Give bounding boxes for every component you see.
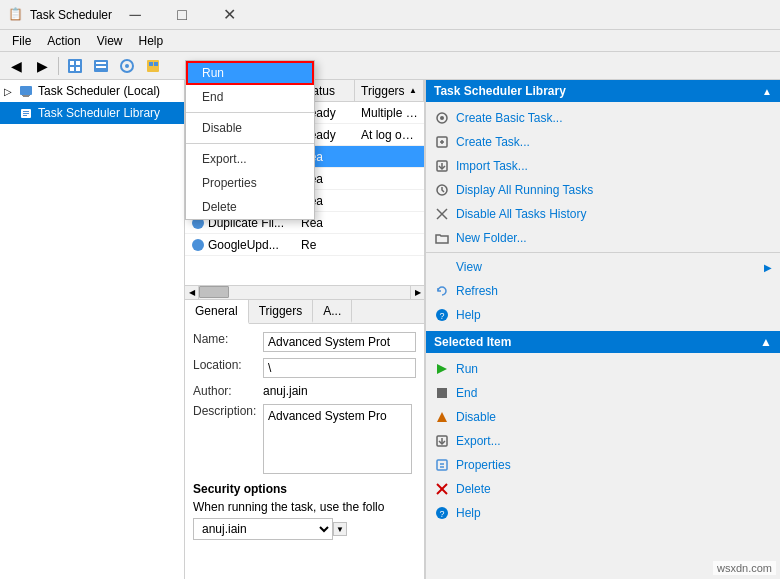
context-menu: Run End Disable Export... Properties Del… [185,60,315,220]
col-header-triggers[interactable]: Triggers ▲ [355,80,424,101]
menu-view[interactable]: View [89,32,131,50]
toolbar-btn-2[interactable] [89,54,113,78]
action-run[interactable]: Run [426,357,780,381]
svg-rect-17 [23,111,29,112]
menu-help[interactable]: Help [131,32,172,50]
minimize-button[interactable]: ─ [112,0,158,30]
action-export[interactable]: Export... [426,429,780,453]
action-import[interactable]: Import Task... [426,154,780,178]
svg-rect-1 [70,61,74,65]
action-refresh[interactable]: Refresh [426,279,780,303]
h-scroll-right-button[interactable]: ▶ [410,286,424,300]
ctx-item-run[interactable]: Run [186,61,314,85]
svg-rect-2 [76,61,80,65]
action-new-folder[interactable]: New Folder... [426,226,780,250]
menu-action[interactable]: Action [39,32,88,50]
toolbar-icon-4 [145,58,161,74]
security-title: Security options [193,482,416,496]
svg-rect-51 [437,460,447,470]
help-icon-1: ? [434,307,450,323]
actions-header-library[interactable]: Task Scheduler Library ▲ [426,80,780,102]
ctx-item-delete[interactable]: Delete [186,195,314,219]
label-description: Description: [193,404,263,418]
action-display-running[interactable]: Display All Running Tasks [426,178,780,202]
toolbar-btn-1[interactable] [63,54,87,78]
field-location: Location: \ [193,358,416,378]
svg-marker-46 [437,364,447,374]
action-delete[interactable]: Delete [426,477,780,501]
action-create[interactable]: Create Task... [426,130,780,154]
security-section: Security options When running the task, … [193,482,416,540]
app-icon: 📋 [8,7,24,23]
title-bar-title: Task Scheduler [30,8,112,22]
selected-item-header[interactable]: Selected Item ▲ [426,331,780,353]
value-name[interactable]: Advanced System Prot [263,332,416,352]
collapse-arrow-library: ▲ [762,86,772,97]
help-icon-2: ? [434,505,450,521]
svg-rect-3 [70,67,74,71]
security-dropdown: anuj.iain ▼ [193,518,416,540]
ctx-item-end[interactable]: End [186,85,314,109]
svg-rect-15 [22,95,30,96]
right-panel: Task Scheduler Library ▲ Create Basic Ta… [425,80,780,579]
action-help-selected[interactable]: ? Help [426,501,780,525]
svg-point-9 [125,64,129,68]
field-name: Name: Advanced System Prot [193,332,416,352]
toolbar-btn-3[interactable] [115,54,139,78]
library-icon [18,105,34,121]
tree-item-library[interactable]: Task Scheduler Library [0,102,184,124]
action-help-library[interactable]: ? Help [426,303,780,327]
properties-icon [434,457,450,473]
h-scroll-left-button[interactable]: ◀ [185,286,199,300]
toolbar-forward-button[interactable]: ▶ [30,54,54,78]
close-button[interactable]: ✕ [206,0,252,30]
ctx-item-properties[interactable]: Properties [186,171,314,195]
toolbar-icon-2 [93,58,109,74]
tree-label-local: Task Scheduler (Local) [38,84,160,98]
maximize-button[interactable]: □ [159,0,205,30]
refresh-icon [434,283,450,299]
value-author: anuj.jain [263,384,416,398]
h-scroll-thumb[interactable] [199,286,229,298]
action-view[interactable]: View ▶ [426,255,780,279]
export-icon [434,433,450,449]
svg-marker-48 [437,412,447,422]
toolbar-btn-4[interactable] [141,54,165,78]
action-create-basic[interactable]: Create Basic Task... [426,106,780,130]
tree-arrow-library [4,108,16,119]
collapse-arrow-selected: ▲ [760,335,772,349]
title-bar: 📋 Task Scheduler ─ □ ✕ [0,0,780,30]
security-dropdown-arrow[interactable]: ▼ [333,522,347,536]
svg-rect-13 [20,86,32,95]
action-disable[interactable]: Disable [426,405,780,429]
watermark: wsxdn.com [713,561,776,575]
svg-point-33 [192,239,204,251]
label-author: Author: [193,384,263,398]
running-tasks-icon [434,182,450,198]
local-computer-icon [18,83,34,99]
tab-general[interactable]: General [185,300,249,324]
toolbar-back-button[interactable]: ◀ [4,54,28,78]
action-disable-history[interactable]: Disable All Tasks History [426,202,780,226]
svg-rect-14 [23,96,29,97]
toolbar-icon-1 [67,58,83,74]
task-icon-6 [191,238,205,252]
view-submenu-arrow: ▶ [764,262,772,273]
tab-triggers[interactable]: Triggers [249,300,314,323]
detail-panel: General Triggers A... Name: Advanced Sys… [185,299,424,579]
security-select[interactable]: anuj.iain [193,518,333,540]
ctx-item-export[interactable]: Export... [186,147,314,171]
value-location[interactable]: \ [263,358,416,378]
main-layout: ▷ Task Scheduler (Local) Task Scheduler … [0,80,780,579]
task-row-6[interactable]: GoogleUpd... Re [185,234,424,256]
tab-actions[interactable]: A... [313,300,352,323]
menu-file[interactable]: File [4,32,39,50]
ctx-item-disable[interactable]: Disable [186,116,314,140]
tree-item-local[interactable]: ▷ Task Scheduler (Local) [0,80,184,102]
action-end[interactable]: End [426,381,780,405]
toolbar: ◀ ▶ [0,52,780,80]
value-description[interactable]: Advanced System Pro [263,404,412,474]
action-properties[interactable]: Properties [426,453,780,477]
disable-icon [434,409,450,425]
svg-rect-18 [23,113,29,114]
